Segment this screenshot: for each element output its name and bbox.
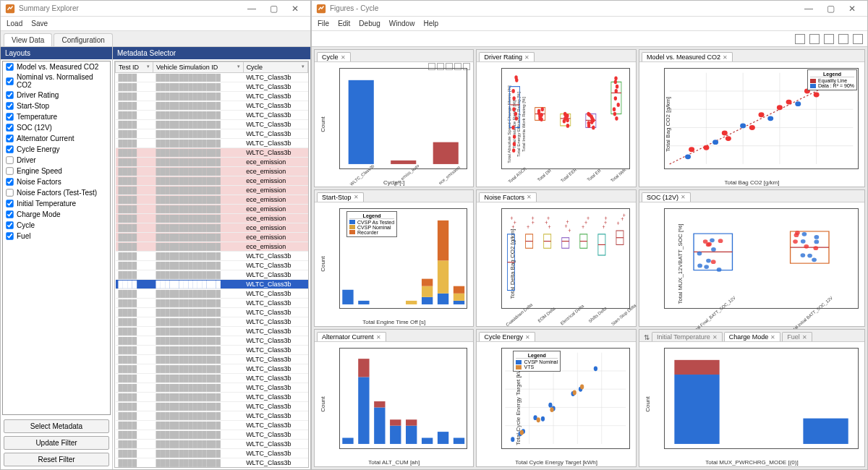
tile-layout-icon[interactable] <box>824 34 834 44</box>
layout-item[interactable]: Temperature <box>3 111 110 122</box>
col-header[interactable]: Vehicle Simulation ID▾ <box>153 62 244 73</box>
table-row[interactable]: ██████████████████WLTC_Class3b <box>116 421 308 430</box>
table-row[interactable]: ██████████████████WLTC_Class3b <box>116 430 308 440</box>
layout-item[interactable]: Noise Factors <box>3 176 110 187</box>
layout-checkbox[interactable] <box>6 189 13 196</box>
table-row[interactable]: ██████████████████WLTC_Class3b <box>116 148 308 158</box>
layout-item[interactable]: Noise Factors (Test-Test) <box>3 187 110 198</box>
table-row[interactable]: ██████████████████WLTC_Class3b <box>116 458 308 468</box>
figure-tab[interactable]: Noise Factors✕ <box>479 192 537 202</box>
layout-checkbox[interactable] <box>6 200 13 207</box>
reorder-tabs-icon[interactable]: ⇅ <box>642 333 652 341</box>
layout-checkbox[interactable] <box>6 221 13 228</box>
table-row[interactable]: ██████████████████WLTC_Class3b <box>116 308 308 317</box>
reset-filter-button[interactable]: Reset Filter <box>4 453 109 466</box>
table-row[interactable]: ██████████████████WLTC_Class3b <box>116 280 308 289</box>
menu-file[interactable]: File <box>318 20 329 27</box>
layout-checkbox[interactable] <box>6 91 13 98</box>
layout-item[interactable]: Model vs. Measured CO2 <box>3 61 110 72</box>
tab-view-data[interactable]: View Data <box>4 33 52 46</box>
table-row[interactable]: ██████████████████WLTC_Class3b <box>116 411 308 421</box>
figure-tab[interactable]: SOC (12V)✕ <box>642 192 691 202</box>
table-row[interactable]: ██████████████████ece_emission <box>116 195 308 205</box>
menu-debug[interactable]: Debug <box>359 20 380 27</box>
table-row[interactable]: ██████████████████WLTC_Class3b <box>116 129 308 139</box>
close-tab-icon[interactable]: ✕ <box>802 334 807 341</box>
table-row[interactable]: ██████████████████WLTC_Class3b <box>116 252 308 261</box>
plot-area[interactable]: Total Delta Bag CO2 [g/km]Coastdown Delt… <box>477 202 635 327</box>
figure-tab[interactable]: Alternator Current✕ <box>317 332 386 341</box>
table-row[interactable]: ██████████████████WLTC_Class3b <box>116 468 308 469</box>
table-row[interactable]: ██████████████████WLTC_Class3b <box>116 139 308 148</box>
layout-item[interactable]: Alternator Current <box>3 133 110 144</box>
menu-save[interactable]: Save <box>31 20 48 27</box>
table-row[interactable]: ██████████████████WLTC_Class3b <box>116 101 308 111</box>
close-button[interactable]: ✕ <box>284 4 306 14</box>
figure-tab[interactable]: Driver Rating✕ <box>479 52 535 61</box>
layout-item[interactable]: Start-Stop <box>3 101 110 111</box>
layout-checkbox[interactable] <box>6 156 13 163</box>
layout-item[interactable]: Charge Mode <box>3 209 110 220</box>
close-tab-icon[interactable]: ✕ <box>341 54 346 61</box>
table-row[interactable]: ██████████████████WLTC_Class3b <box>116 111 308 120</box>
undock-icon[interactable] <box>853 34 863 44</box>
layout-item[interactable]: Nominal vs. Normalised CO2 <box>3 72 110 90</box>
tab-configuration[interactable]: Configuration <box>54 33 112 46</box>
layout-item[interactable]: Driver Rating <box>3 90 110 101</box>
close-tab-icon[interactable]: ✕ <box>524 54 529 61</box>
minimize-button[interactable]: ― <box>798 4 820 14</box>
update-filter-button[interactable]: Update Filter <box>4 436 109 450</box>
table-row[interactable]: ██████████████████WLTC_Class3b <box>116 317 308 327</box>
table-row[interactable]: ██████████████████WLTC_Class3b <box>116 440 308 449</box>
layout-item[interactable]: Cycle Energy <box>3 144 110 155</box>
close-tab-icon[interactable]: ✕ <box>376 334 381 341</box>
layouts-list[interactable]: Model vs. Measured CO2Nominal vs. Normal… <box>2 61 111 415</box>
grid-layout-icon[interactable] <box>795 34 805 44</box>
close-tab-icon[interactable]: ✕ <box>681 194 686 200</box>
layout-checkbox[interactable] <box>6 134 13 142</box>
table-row[interactable]: ██████████████████WLTC_Class3b <box>116 270 308 280</box>
layout-checkbox[interactable] <box>6 77 13 85</box>
close-button[interactable]: ✕ <box>841 4 863 14</box>
menu-edit[interactable]: Edit <box>338 20 350 27</box>
table-row[interactable]: ██████████████████ece_emission <box>116 233 308 242</box>
table-row[interactable]: ██████████████████WLTC_Class3b <box>116 364 308 374</box>
menu-load[interactable]: Load <box>7 20 22 27</box>
table-row[interactable]: ██████████████████ece_emission <box>116 242 308 252</box>
layout-checkbox[interactable] <box>6 113 13 120</box>
table-row[interactable]: ██████████████████WLTC_Class3b <box>116 327 308 336</box>
maximize-button[interactable]: ▢ <box>263 4 284 14</box>
legend[interactable]: LegendCVSP NominalVTS <box>513 351 561 372</box>
table-row[interactable]: ██████████████████ece_emission <box>116 205 308 214</box>
table-row[interactable]: ██████████████████WLTC_Class3b <box>116 92 308 101</box>
figure-tab[interactable]: Charge Mode✕ <box>724 332 781 341</box>
select-metadata-button[interactable]: Select Metadata <box>4 419 109 433</box>
close-tab-icon[interactable]: ✕ <box>525 334 530 341</box>
table-row[interactable]: ██████████████████WLTC_Class3b <box>116 261 308 270</box>
col-header[interactable]: Cycle▾ <box>243 62 307 73</box>
figure-tab[interactable]: Cycle✕ <box>317 52 351 61</box>
layout-checkbox[interactable] <box>6 63 13 70</box>
plot-area[interactable]: Total Cycle Energy Target [kWh]Total Cyc… <box>477 342 635 466</box>
table-row[interactable]: ██████████████████ece_emission <box>116 167 308 176</box>
table-row[interactable]: ██████████████████WLTC_Class3b <box>116 289 308 299</box>
layout-item[interactable]: Engine Speed <box>3 166 110 176</box>
figure-tab[interactable]: Start-Stop✕ <box>317 192 364 202</box>
plot-area[interactable]: CountCycle [-]WLTC_Class3bece_emiss_auto… <box>315 62 473 187</box>
figure-tab[interactable]: Model vs. Measured CO2✕ <box>642 52 733 61</box>
menu-window[interactable]: Window <box>389 20 415 27</box>
maximize-button[interactable]: ▢ <box>820 4 841 14</box>
table-row[interactable]: ██████████████████WLTC_Class3b <box>116 383 308 393</box>
layout-checkbox[interactable] <box>6 145 13 153</box>
plot-area[interactable]: Total Bag CO2 [g/km]Total Bag CO2 [g/km]… <box>639 62 864 187</box>
table-row[interactable]: ██████████████████ece_emission <box>116 176 308 186</box>
table-row[interactable]: ██████████████████ece_emission <box>116 214 308 223</box>
table-row[interactable]: ██████████████████ece_emission <box>116 158 308 167</box>
col-header[interactable]: Test ID▾ <box>116 62 153 73</box>
plot-area[interactable]: Total Absolute Speed Change Metric [%]To… <box>477 62 635 187</box>
table-row[interactable]: ██████████████████WLTC_Class3b <box>116 120 308 129</box>
menu-help[interactable]: Help <box>423 20 438 27</box>
layout-item[interactable]: SOC (12V) <box>3 122 110 133</box>
figure-tab[interactable]: Initial Temperature✕ <box>652 332 723 341</box>
minimize-button[interactable]: ― <box>241 4 263 14</box>
